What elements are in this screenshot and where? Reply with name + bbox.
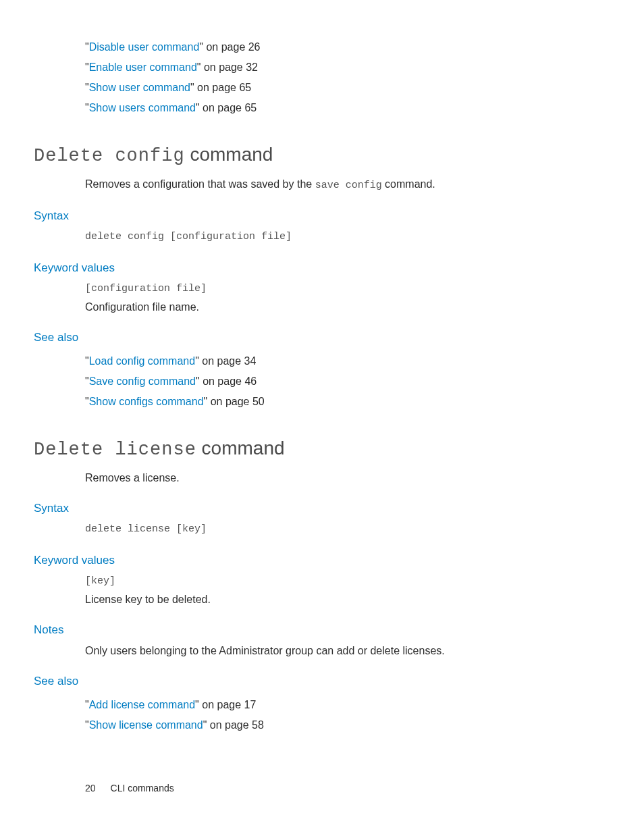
desc-inline-code: save config (315, 180, 382, 191)
see-also-heading: See also (0, 658, 644, 692)
syntax-heading: Syntax (0, 193, 644, 227)
see-also-heading: See also (0, 315, 644, 348)
page-number: 20 (85, 783, 111, 793)
xref-item: "Load config command" on page 34 (85, 351, 644, 371)
desc-text: Removes a license. (85, 472, 180, 484)
section-heading-delete-license: Delete license command (0, 412, 644, 467)
top-xrefs: "Disable user command" on page 26 "Enabl… (0, 37, 644, 118)
notes-body: Only users belonging to the Administrato… (0, 641, 644, 658)
xref-link[interactable]: Disable user command (89, 41, 200, 53)
heading-mono: Delete license (34, 440, 196, 460)
xref-item: "Disable user command" on page 26 (85, 37, 644, 57)
keyword-code: [key] (0, 571, 644, 590)
xref-suffix: " on page 32 (197, 61, 258, 73)
page-footer: 20CLI commands (85, 783, 174, 793)
heading-mono: Delete config (34, 146, 185, 166)
xref-suffix: " on page 65 (190, 82, 251, 93)
syntax-code: delete config [configuration file] (0, 227, 644, 245)
xref-item: "Show user command" on page 65 (85, 78, 644, 98)
xref-link[interactable]: Enable user command (89, 61, 197, 73)
keyword-desc: Configuration file name. (0, 297, 644, 315)
keyword-values-heading: Keyword values (0, 245, 644, 279)
syntax-code: delete license [key] (0, 519, 644, 538)
keyword-values-heading: Keyword values (0, 538, 644, 571)
heading-word: command (196, 438, 285, 459)
xref-suffix: " on page 50 (204, 396, 265, 407)
heading-word: command (185, 144, 273, 165)
xref-suffix: " on page 58 (203, 719, 264, 731)
keyword-code: [configuration file] (0, 279, 644, 297)
xref-item: "Enable user command" on page 32 (85, 57, 644, 78)
xref-suffix: " on page 46 (196, 375, 257, 387)
section-description: Removes a license. (0, 467, 644, 486)
syntax-heading: Syntax (0, 486, 644, 519)
see-also-list: "Load config command" on page 34 "Save c… (0, 348, 644, 412)
xref-link[interactable]: Add license command (89, 699, 195, 710)
xref-suffix: " on page 34 (195, 355, 256, 367)
xref-link[interactable]: Show configs command (89, 396, 204, 407)
notes-heading: Notes (0, 607, 644, 641)
xref-item: "Show configs command" on page 50 (85, 392, 644, 412)
section-heading-delete-config: Delete config command (0, 118, 644, 173)
xref-item: "Show license command" on page 58 (85, 715, 644, 735)
xref-suffix: " on page 17 (195, 699, 256, 710)
section-description: Removes a configuration that was saved b… (0, 173, 644, 193)
xref-link[interactable]: Load config command (89, 355, 195, 367)
page: "Disable user command" on page 26 "Enabl… (0, 0, 644, 834)
footer-section-title: CLI commands (111, 783, 174, 793)
xref-item: "Save config command" on page 46 (85, 371, 644, 392)
xref-link[interactable]: Show users command (89, 102, 196, 113)
xref-link[interactable]: Save config command (89, 375, 196, 387)
xref-link[interactable]: Show user command (89, 82, 190, 93)
xref-item: "Add license command" on page 17 (85, 695, 644, 715)
xref-link[interactable]: Show license command (89, 719, 203, 731)
see-also-list: "Add license command" on page 17 "Show l… (0, 692, 644, 735)
desc-pre: Removes a configuration that was saved b… (85, 178, 315, 190)
desc-post: command. (382, 178, 435, 190)
xref-item: "Show users command" on page 65 (85, 98, 644, 118)
xref-suffix: " on page 65 (196, 102, 257, 113)
xref-suffix: " on page 26 (199, 41, 260, 53)
keyword-desc: License key to be deleted. (0, 590, 644, 607)
